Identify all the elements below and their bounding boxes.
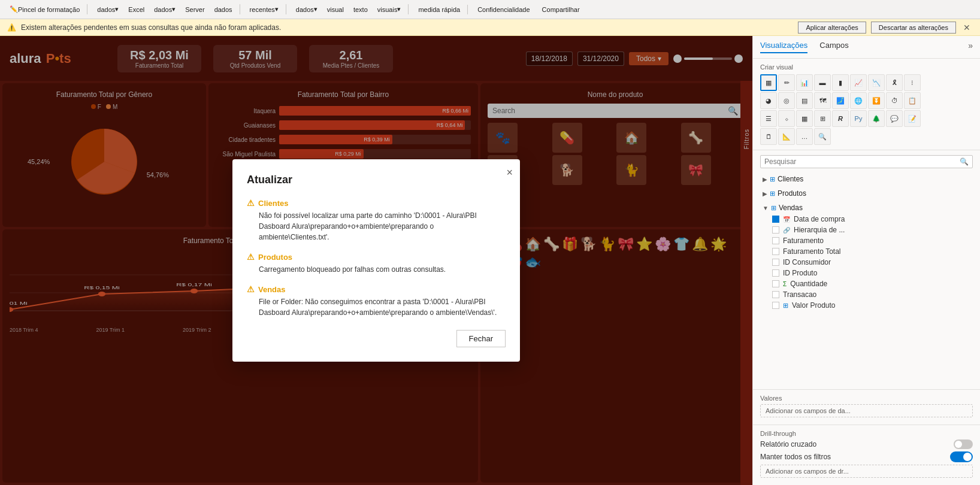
- viz-icon-scatter[interactable]: ⁝: [904, 74, 921, 91]
- viz-icon-python[interactable]: Py: [850, 110, 867, 127]
- toolbar-confidencialidade[interactable]: Confidencialidade: [473, 0, 534, 19]
- hierarchy-icon: 🔗: [783, 227, 790, 234]
- toolbar-excel[interactable]: Excel: [123, 5, 149, 14]
- viz-icon-pie[interactable]: ◕: [760, 92, 777, 109]
- toolbar-visual[interactable]: visual: [322, 5, 349, 14]
- field-item-hierarquia[interactable]: 🔗 Hierarquia de ...: [760, 225, 973, 235]
- field-item-data-compra[interactable]: 📅 Data de compra: [760, 214, 973, 225]
- toolbar-dados4[interactable]: dados ▾: [291, 4, 322, 14]
- viz-icon-stacked-bar[interactable]: ▬: [814, 74, 831, 91]
- field-group-header-vendas[interactable]: ▼ ⊞ Vendas: [760, 202, 973, 214]
- fields-section: 🔍 ▶ ⊞ Clientes ▶ ⊞ Produtos ▼: [753, 150, 980, 389]
- field-group-vendas: ▼ ⊞ Vendas 📅 Data de compra 🔗 Hierarquia…: [760, 202, 973, 311]
- field-item-valor-produto[interactable]: ⊞ Valor Produto: [760, 300, 973, 311]
- toolbar-server[interactable]: Server: [180, 5, 209, 14]
- dashboard-area: alura P•ts R$ 2,03 Mi Faturamento Total …: [0, 36, 752, 485]
- toolbar-dados2[interactable]: dados ▾: [149, 4, 180, 14]
- checkbox-quantidade[interactable]: [772, 280, 779, 287]
- toolbar-medida[interactable]: medida rápida: [413, 5, 465, 14]
- chevron-clientes: ▶: [763, 176, 767, 183]
- viz-icon-more[interactable]: …: [796, 128, 813, 145]
- field-label-hierarquia: Hierarquia de ...: [794, 226, 845, 234]
- field-label-data-compra: Data de compra: [794, 215, 845, 223]
- toolbar-texto[interactable]: texto: [349, 5, 373, 14]
- checkbox-transacao[interactable]: [772, 291, 779, 298]
- warning-icon: ⚠️: [7, 23, 16, 32]
- tab-visualizacoes[interactable]: Visualizações: [760, 41, 807, 53]
- checkbox-valor-produto[interactable]: [772, 302, 779, 309]
- add-fields-button[interactable]: Adicionar os campos de da...: [760, 404, 973, 417]
- viz-icon-filled-map[interactable]: 🗾: [832, 92, 849, 109]
- field-item-faturamento-total[interactable]: Faturamento Total: [760, 246, 973, 257]
- toolbar: ✏️ Pincel de formatação dados ▾ Excel da…: [0, 0, 980, 19]
- viz-icon-area[interactable]: 📉: [868, 74, 885, 91]
- close-notification-button[interactable]: ✕: [961, 22, 973, 34]
- toolbar-group-inserir: dados ▾ visual texto visuais ▾: [291, 4, 409, 14]
- viz-icon-edit[interactable]: ✏: [778, 74, 795, 91]
- field-item-faturamento[interactable]: Faturamento: [760, 235, 973, 246]
- field-item-id-produto[interactable]: ID Produto: [760, 268, 973, 278]
- toolbar-visuais[interactable]: visuais ▾: [373, 4, 406, 14]
- viz-icon-r[interactable]: R: [832, 110, 849, 127]
- toolbar-dados1[interactable]: dados ▾: [92, 4, 123, 14]
- viz-icon-waterfall[interactable]: ⬦: [778, 110, 795, 127]
- viz-icon-funnel[interactable]: ⏬: [868, 92, 885, 109]
- checkbox-id-produto[interactable]: [772, 269, 779, 277]
- warning-icon-clientes: ⚠: [247, 198, 255, 208]
- viz-icon-matrix[interactable]: ⊞: [814, 110, 831, 127]
- checkbox-faturamento-total[interactable]: [772, 248, 779, 255]
- table-icon-vendas: ⊞: [771, 204, 776, 212]
- calendar-icon: 📅: [783, 216, 790, 223]
- toolbar-compartilhar[interactable]: Compartilhar: [537, 0, 585, 19]
- toolbar-dados3[interactable]: dados: [210, 5, 237, 14]
- viz-icon-smartnarrative[interactable]: 📝: [904, 110, 921, 127]
- checkbox-hierarquia[interactable]: [772, 226, 779, 234]
- viz-icon-bar2[interactable]: ▮: [832, 74, 849, 91]
- field-item-id-consumidor[interactable]: ID Consumidor: [760, 257, 973, 268]
- viz-icon-ribbon[interactable]: 🎗: [886, 74, 903, 91]
- toolbar-paintbrush[interactable]: ✏️ Pincel de formatação: [5, 4, 84, 14]
- add-drillthrough-button[interactable]: Adicionar os campos de dr...: [760, 465, 973, 478]
- apply-changes-button[interactable]: Aplicar alterações: [798, 22, 866, 34]
- viz-icon-metrics[interactable]: 📐: [778, 128, 795, 145]
- viz-icon-line[interactable]: 📈: [850, 74, 867, 91]
- fechar-button[interactable]: Fechar: [456, 330, 506, 347]
- viz-icon-table2[interactable]: ▦: [796, 110, 813, 127]
- warning-icon-produtos: ⚠: [247, 252, 255, 262]
- checkbox-faturamento[interactable]: [772, 237, 779, 244]
- toolbar-recentes[interactable]: recentes ▾: [245, 4, 283, 14]
- viz-icon-donut[interactable]: ◎: [778, 92, 795, 109]
- viz-icon-paginated[interactable]: 🗒: [760, 128, 777, 145]
- sidebar-expand-button[interactable]: »: [968, 41, 973, 53]
- viz-icon-qna[interactable]: 💬: [886, 110, 903, 127]
- modal-title: Atualizar: [247, 174, 506, 186]
- tab-campos[interactable]: Campos: [819, 41, 848, 53]
- relatorio-toggle[interactable]: [954, 439, 973, 449]
- checkbox-data-compra[interactable]: [772, 216, 779, 223]
- field-label-quantidade: Quantidade: [790, 280, 827, 288]
- manter-label: Manter todos os filtros: [760, 453, 831, 461]
- fields-search-input[interactable]: [764, 157, 960, 166]
- viz-icon-multirow[interactable]: ☰: [760, 110, 777, 127]
- modal-close-button[interactable]: ×: [506, 166, 513, 179]
- field-group-header-clientes[interactable]: ▶ ⊞ Clientes: [760, 173, 973, 185]
- viz-icon-azure-map[interactable]: 🌐: [850, 92, 867, 109]
- viz-icon-decomp[interactable]: 🌲: [868, 110, 885, 127]
- viz-icon-map[interactable]: 🗺: [814, 92, 831, 109]
- field-group-produtos: ▶ ⊞ Produtos: [760, 187, 973, 199]
- viz-icon-table[interactable]: ▦: [760, 74, 777, 91]
- field-group-header-produtos[interactable]: ▶ ⊞ Produtos: [760, 187, 973, 199]
- manter-toggle[interactable]: [950, 451, 973, 462]
- viz-icon-card[interactable]: 📋: [904, 92, 921, 109]
- viz-icon-search[interactable]: 🔍: [814, 128, 831, 145]
- discard-changes-button[interactable]: Descartar as alterações: [871, 22, 956, 34]
- toolbar-group-consultas: recentes ▾: [245, 4, 286, 14]
- checkbox-id-consumidor[interactable]: [772, 259, 779, 266]
- field-item-transacao[interactable]: Transacao: [760, 289, 973, 300]
- notification-message: ⚠️ Existem alterações pendentes em suas …: [7, 23, 281, 32]
- viz-icon-treemap[interactable]: ▤: [796, 92, 813, 109]
- viz-icon-gauge[interactable]: ⏱: [886, 92, 903, 109]
- viz-icon-bar[interactable]: 📊: [796, 74, 813, 91]
- table-icon-clientes: ⊞: [770, 175, 775, 183]
- field-item-quantidade[interactable]: Σ Quantidade: [760, 278, 973, 289]
